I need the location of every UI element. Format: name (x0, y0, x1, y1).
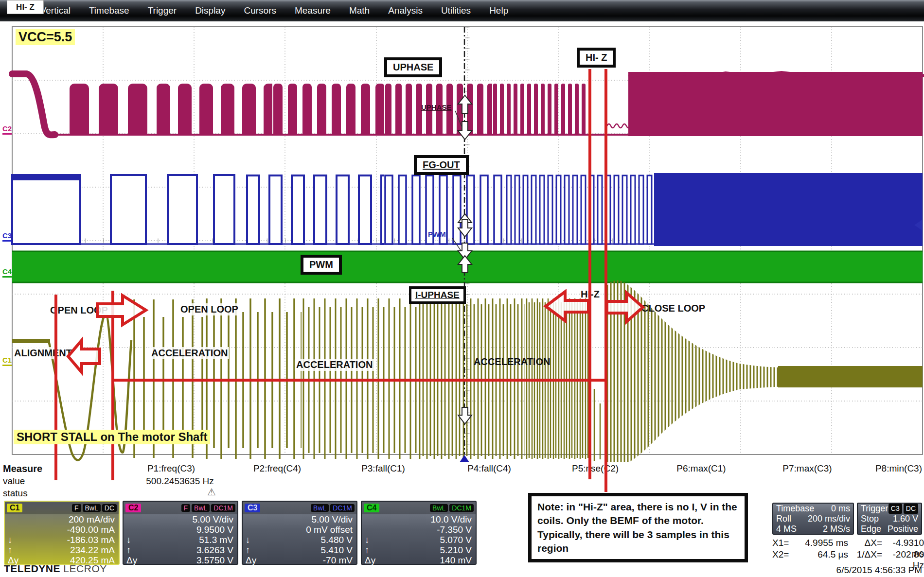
c4-offset: -7.350 V (362, 525, 476, 535)
channel-box-c4[interactable]: C4 BwL DC1M 10.0 V/div -7.350 V ↓5.070 V… (361, 501, 477, 565)
measure-p5[interactable]: P5:rise(C2) (549, 463, 641, 474)
measure-p6[interactable]: P6:max(C1) (655, 463, 747, 474)
menu-bar: File Vertical Timebase Trigger Display C… (0, 0, 924, 21)
menu-analysis[interactable]: Analysis (388, 5, 423, 16)
pwm-box-label: PWM (301, 255, 342, 275)
region-close-loop: CLOSE LOOP (640, 302, 707, 315)
c2-scale: 5.00 V/div (124, 514, 237, 525)
trace-c3-fgout (12, 173, 923, 246)
menu-vertical[interactable]: Vertical (40, 5, 71, 16)
channel-box-c3[interactable]: C3 BwL DC1M 5.00 V/div 0 mV offset ↓5.48… (242, 501, 357, 565)
c2-offset: 9.9500 V (124, 525, 237, 535)
c1-offset: -490.00 mA (5, 525, 119, 535)
c2-min: ↓51.3 mV (124, 535, 237, 545)
menu-trigger[interactable]: Trigger (148, 5, 177, 16)
c4-axis-marker[interactable]: C4 (2, 267, 12, 278)
c4-max: ↑5.210 V (362, 545, 476, 555)
iuphase-box-label: I-UPHASE (409, 286, 466, 304)
c1-min: ↓-186.03 mA (5, 535, 119, 545)
hi-z-corner-label: HI- Z (7, 0, 44, 14)
c3-max: ↑5.410 V (243, 545, 356, 555)
region-acceleration-2: ACCELERATION (295, 359, 374, 371)
waveform-canvas (0, 0, 924, 462)
uphase-box-label: UPHASE (384, 57, 442, 77)
timebase-box[interactable]: Timebase0 ms Roll200 ms/div 4 MS2 MS/s (772, 503, 854, 535)
trigger-source-badge: C3 (888, 504, 902, 514)
measure-p7[interactable]: P7:max(C3) (761, 463, 853, 474)
timestamp: 6/5/2015 4:56:33 PM (798, 565, 922, 576)
region-open-loop-1: OPEN LOOP (49, 304, 109, 316)
channel-box-c2[interactable]: C2 F BwL DC1M 5.00 V/div 9.9500 V ↓51.3 … (123, 501, 238, 565)
c2-badge: C2 (125, 504, 141, 512)
c4-delta: Δy140 mV (362, 555, 476, 565)
vcc-label: VCC=5.5 (16, 29, 75, 45)
fgout-box-label: FG-OUT (414, 155, 469, 175)
pwm-cursor-tag: PWM (428, 230, 446, 238)
menu-display[interactable]: Display (195, 5, 225, 16)
oscilloscope-screen: File Vertical Timebase Trigger Display C… (0, 0, 924, 577)
c2-max: ↑3.6263 V (124, 545, 237, 555)
measure-p8[interactable]: P8:min(C3) (851, 463, 922, 474)
menu-utilities[interactable]: Utilities (441, 5, 471, 16)
c1-badge: C1 (7, 504, 22, 512)
region-alignment: ALIGNMENT (13, 347, 73, 359)
menu-cursors[interactable]: Cursors (244, 5, 276, 16)
teledyne-lecroy-logo: TELEDYNE LECROY (4, 563, 107, 575)
c1-axis-marker[interactable]: C1 (2, 356, 12, 366)
trace-c2-uphase (12, 72, 924, 136)
c2-delta: Δy3.5750 V (124, 555, 237, 565)
c3-badge: C3 (245, 504, 260, 512)
c1-scale: 200 mA/div (5, 514, 119, 525)
menu-timebase[interactable]: Timebase (89, 5, 129, 16)
region-acceleration-1: ACCELERATION (150, 347, 229, 359)
c3-offset: 0 mV offset (243, 525, 356, 535)
measure-p3[interactable]: P3:fall(C1) (337, 463, 429, 474)
timebase-title: Timebase (776, 504, 814, 514)
trigger-title: Trigger (861, 504, 888, 514)
c4-badge: C4 (364, 504, 379, 512)
menu-help[interactable]: Help (489, 5, 508, 16)
hiz-note: Note: in "Hi-Z" area, there is no I, V i… (528, 493, 748, 562)
uphase-cursor-tag: UPHASE (421, 103, 452, 111)
c1-max: ↑234.22 mA (5, 545, 119, 555)
menu-math[interactable]: Math (349, 5, 370, 16)
region-hiz: HI-Z (579, 288, 601, 300)
trigger-coupling-badge: DC (904, 504, 918, 514)
measure-p1-status-warning-icon: ⚠ (165, 486, 258, 498)
hiz-top-box-label: HI- Z (577, 48, 616, 68)
value-row-label: value (3, 476, 25, 487)
short-stall-label: SHORT STALL on The motor Shaft (14, 430, 210, 444)
measure-p1[interactable]: P1:freq(C3) (125, 463, 217, 474)
trigger-box[interactable]: Trigger C3 DC Stop1.60 V EdgePositive (857, 503, 922, 535)
c4-scale: 10.0 V/div (362, 514, 476, 525)
region-acceleration-3: ACCELERATION (472, 356, 551, 368)
c4-min: ↓5.070 V (362, 535, 476, 545)
measure-row-label: Measure (3, 463, 42, 474)
c2-axis-marker[interactable]: C2 (2, 124, 12, 135)
c3-min: ↓5.480 V (243, 535, 356, 545)
c3-scale: 5.00 V/div (243, 514, 356, 525)
menu-measure[interactable]: Measure (295, 5, 331, 16)
region-open-loop-2: OPEN LOOP (179, 303, 240, 315)
c3-axis-marker[interactable]: C3 (2, 231, 12, 242)
channel-box-c1[interactable]: C1 F BwL DC 200 mA/div -490.00 mA ↓-186.… (4, 501, 120, 565)
c3-delta: Δy-70 mV (243, 555, 356, 565)
measure-p4[interactable]: P4:fall(C4) (443, 463, 535, 474)
status-row-label: status (3, 488, 28, 499)
measure-p1-value: 500.2453635 Hz (134, 476, 226, 487)
trace-c4-pwm (12, 251, 923, 283)
measure-p2[interactable]: P2:freq(C4) (231, 463, 323, 474)
